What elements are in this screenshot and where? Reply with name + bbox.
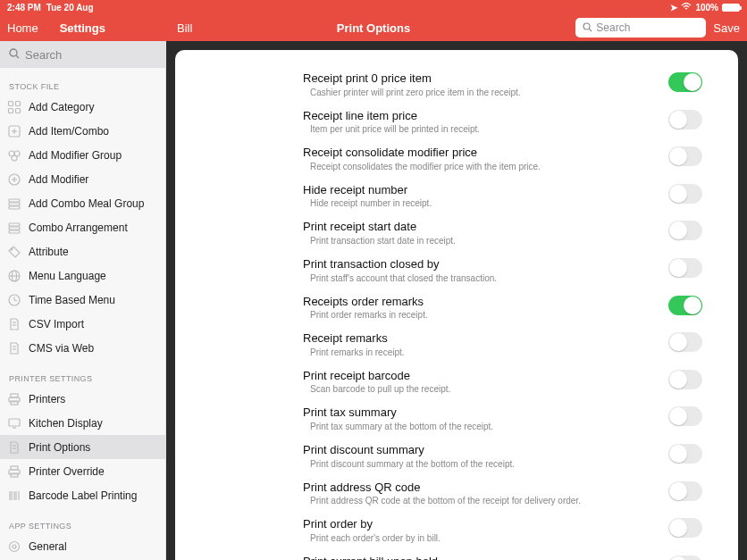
setting-row: Print receipt start datePrint transactio…	[175, 214, 738, 252]
location-icon: ➤	[670, 3, 677, 13]
sidebar-item-menu-language[interactable]: Menu Language	[0, 263, 165, 288]
globe-icon	[7, 269, 21, 283]
setting-title: Print address QR code	[303, 481, 650, 495]
setting-toggle[interactable]	[668, 296, 702, 315]
svg-rect-22	[9, 230, 20, 233]
setting-description: Print order remarks in receipt.	[303, 308, 650, 321]
nav-settings[interactable]: Settings	[60, 21, 105, 35]
setting-toggle[interactable]	[668, 481, 702, 501]
sidebar-item-time-based-menu[interactable]: Time Based Menu	[0, 288, 165, 312]
doc-icon	[7, 341, 21, 355]
setting-toggle[interactable]	[668, 72, 702, 92]
nav-bill[interactable]: Bill	[166, 21, 192, 35]
setting-toggle[interactable]	[668, 184, 702, 204]
setting-title: Print tax summary	[303, 405, 650, 420]
plus-box-icon	[7, 124, 21, 138]
setting-toggle[interactable]	[668, 332, 702, 352]
svg-rect-19	[9, 206, 20, 209]
sidebar-item-printers[interactable]: Printers	[0, 387, 165, 411]
sidebar-item-kitchen-display[interactable]: Kitchen Display	[0, 411, 165, 435]
printer-icon	[7, 392, 21, 406]
sidebar-section-header: APP SETTINGS	[0, 507, 165, 534]
setting-description: Print discount summary at the bottom of …	[303, 457, 650, 470]
setting-title: Print order by	[303, 517, 650, 531]
setting-row: Print order byPrint each order's order b…	[175, 512, 738, 549]
sidebar-item-csv-import[interactable]: CSV Import	[0, 312, 165, 336]
wifi-icon	[681, 3, 692, 13]
sidebar-item-label: Barcode Label Printing	[29, 489, 137, 502]
svg-rect-5	[16, 101, 21, 105]
sidebar-item-label: CMS via Web	[29, 342, 94, 355]
svg-rect-34	[11, 394, 18, 397]
setting-row: Print address QR codePrint address QR co…	[175, 475, 738, 513]
sidebar-item-label: Add Modifier Group	[29, 149, 122, 162]
setting-row: Receipt remarksPrint remarks in receipt.	[175, 326, 738, 364]
setting-row: Print tax summaryPrint tax summary at th…	[175, 400, 738, 438]
svg-point-2	[10, 49, 17, 56]
sidebar-item-printer-override[interactable]: Printer Override	[0, 459, 165, 483]
setting-row: Receipt print 0 price itemCashier printe…	[175, 66, 738, 104]
setting-toggle[interactable]	[668, 444, 702, 464]
svg-rect-7	[16, 108, 21, 113]
setting-description: Print address QR code at the bottom of t…	[303, 494, 650, 506]
sidebar-item-add-item-combo[interactable]: Add Item/Combo	[0, 119, 165, 143]
svg-point-23	[11, 248, 13, 250]
setting-toggle[interactable]	[668, 146, 702, 166]
sidebar-item-add-combo-meal-group[interactable]: Add Combo Meal Group	[0, 191, 165, 215]
sidebar-item-barcode-label-printing[interactable]: Barcode Label Printing	[0, 483, 165, 507]
setting-title: Receipt print 0 price item	[303, 71, 650, 86]
sidebar-item-label: Time Based Menu	[29, 294, 115, 306]
svg-point-50	[13, 545, 16, 548]
setting-toggle[interactable]	[668, 406, 702, 426]
setting-title: Print discount summary	[303, 443, 650, 457]
sidebar-item-label: Add Modifier	[29, 173, 88, 186]
sidebar-item-combo-arrangement[interactable]: Combo Arrangement	[0, 215, 165, 239]
nav-home[interactable]: Home	[7, 21, 38, 35]
sidebar-item-label: Combo Arrangement	[29, 221, 128, 234]
svg-rect-18	[9, 203, 20, 205]
setting-toggle[interactable]	[668, 110, 702, 130]
svg-line-1	[590, 29, 592, 31]
setting-title: Print current bill upon hold	[303, 555, 650, 560]
svg-rect-17	[9, 199, 20, 202]
setting-title: Receipt remarks	[303, 331, 650, 346]
setting-toggle[interactable]	[668, 556, 702, 560]
setting-toggle[interactable]	[668, 370, 702, 389]
setting-description: Cashier printer will print zero price it…	[303, 86, 650, 98]
nav-search-input[interactable]: Search	[575, 18, 706, 38]
circles-icon	[7, 148, 21, 163]
nav-bar: Home Settings Bill Print Options Search …	[0, 14, 747, 41]
sidebar-search-input[interactable]: Search	[0, 41, 165, 68]
sidebar-section-header: STOCK FILE	[0, 68, 165, 95]
setting-toggle[interactable]	[668, 258, 702, 278]
sidebar-item-add-modifier[interactable]: Add Modifier	[0, 167, 165, 191]
plus-circ-icon	[7, 172, 21, 187]
setting-title: Print receipt barcode	[303, 369, 650, 383]
sidebar-item-attribute[interactable]: Attribute	[0, 239, 165, 263]
status-bar: 2:48 PM Tue 20 Aug ➤ 100%	[0, 0, 747, 14]
sidebar: Search STOCK FILEAdd CategoryAdd Item/Co…	[0, 41, 166, 560]
sidebar-item-label: Print Options	[29, 441, 90, 454]
sidebar-item-add-category[interactable]: Add Category	[0, 95, 165, 119]
sidebar-item-print-options[interactable]: Print Options	[0, 435, 165, 459]
svg-rect-21	[9, 227, 20, 230]
sidebar-item-label: Menu Language	[29, 270, 106, 282]
status-date: Tue 20 Aug	[46, 3, 94, 13]
sidebar-item-cms-via-web[interactable]: CMS via Web	[0, 336, 165, 360]
svg-point-0	[583, 23, 590, 29]
sidebar-item-add-modifier-group[interactable]: Add Modifier Group	[0, 143, 165, 167]
setting-title: Print receipt start date	[303, 220, 650, 234]
setting-row: Print receipt barcodeScan barcode to pul…	[175, 364, 738, 401]
sidebar-section-header: PRINTER SETTINGS	[0, 360, 165, 387]
setting-row: Print current bill upon holdUpon sending…	[175, 549, 738, 560]
doc-icon	[7, 440, 21, 455]
setting-description: Hide receipt number in receipt.	[303, 196, 650, 209]
grid-icon	[7, 100, 21, 114]
sidebar-item-general[interactable]: General	[0, 534, 165, 558]
setting-toggle[interactable]	[668, 221, 702, 240]
status-time: 2:48 PM	[7, 3, 41, 13]
setting-toggle[interactable]	[668, 518, 702, 538]
sidebar-item-label: Attribute	[29, 246, 69, 258]
svg-point-49	[10, 541, 20, 551]
save-button[interactable]: Save	[713, 21, 740, 35]
